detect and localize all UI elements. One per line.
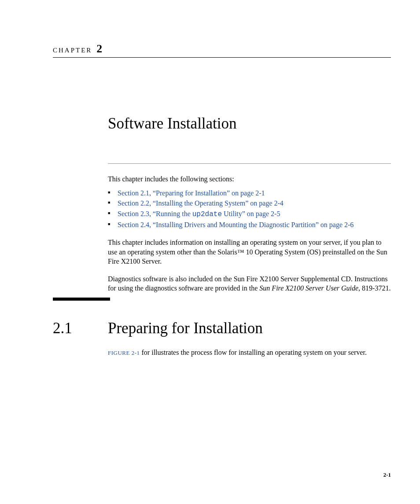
intro-lead: This chapter includes the following sect…	[108, 174, 391, 184]
page-number: 2-1	[383, 471, 391, 478]
section-number: 2.1	[53, 320, 72, 337]
toc-link-text: Utility” on page 2-5	[222, 210, 280, 217]
chapter-header: CHAPTER 2	[53, 42, 391, 55]
body-paragraph: Diagnostics software is also included on…	[108, 274, 391, 293]
chapter-number: 2	[96, 42, 102, 55]
list-item: Section 2.2, “Installing the Operating S…	[108, 199, 391, 208]
italic-title: Sun Fire X2100 Server User Guide,	[259, 284, 360, 292]
list-item: Section 2.3, “Running the up2date Utilit…	[108, 209, 391, 220]
section-title: Preparing for Installation	[108, 320, 391, 337]
figure-ref-link[interactable]: FIGURE 2-1	[108, 349, 140, 356]
toc-list: Section 2.1, “Preparing for Installation…	[108, 188, 391, 230]
mono-text: up2date	[192, 210, 222, 218]
chapter-label: CHAPTER	[53, 47, 92, 54]
chapter-rule	[53, 57, 391, 58]
toc-link[interactable]: Section 2.4, “Installing Drivers and Mou…	[118, 221, 354, 228]
chapter-title: Software Installation	[108, 115, 391, 132]
divider	[108, 163, 391, 164]
body-paragraph: This chapter includes information on ins…	[108, 238, 391, 266]
section-header: 2.1 Preparing for Installation	[53, 320, 391, 337]
toc-link[interactable]: Section 2.2, “Installing the Operating S…	[118, 199, 284, 207]
list-item: Section 2.1, “Preparing for Installation…	[108, 188, 391, 198]
toc-link[interactable]: Section 2.1, “Preparing for Installation…	[118, 189, 265, 197]
body-paragraph: FIGURE 2-1 for illustrates the process f…	[108, 348, 391, 357]
para-text: for illustrates the process flow for ins…	[140, 349, 367, 356]
toc-link[interactable]: Section 2.3, “Running the up2date Utilit…	[118, 210, 280, 217]
section-bar	[53, 298, 110, 301]
para-text: 819-3721.	[360, 284, 391, 292]
list-item: Section 2.4, “Installing Drivers and Mou…	[108, 220, 391, 230]
toc-link-text: Section 2.3, “Running the	[118, 210, 192, 217]
